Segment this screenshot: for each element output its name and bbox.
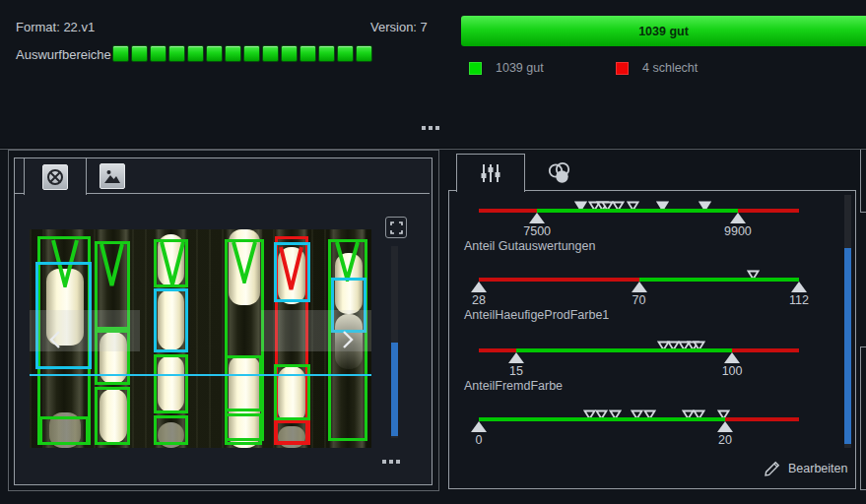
bad-legend-swatch [616,62,629,75]
tab-reject-view[interactable] [24,158,87,195]
slider-handle[interactable] [717,421,733,432]
slider-track-red [479,278,639,282]
slider-handle[interactable] [529,213,545,223]
application-window: Format: 22.v1 Version: 7 Auswurfbereiche… [0,0,866,504]
reject-circle-icon [42,164,68,190]
detection-box-green [274,364,310,420]
pencil-icon [764,461,780,477]
slider-handle-value: 7500 [523,224,551,238]
header-more-button[interactable] [422,126,439,130]
measurement-marker [574,198,587,216]
detection-box-green [225,355,262,411]
detection-box-cyan [154,288,188,352]
eject-zone-cell [150,45,167,62]
chevron-left-icon [47,330,63,349]
slider-name-label: AnteilFremdFarbe [464,379,563,393]
eject-zone-cell [262,45,279,62]
fullscreen-icon [390,221,403,234]
slider-track-green [479,417,725,421]
slider-handle-value: 0 [476,433,483,447]
tab-color-analysis[interactable] [534,158,583,189]
previous-image-button[interactable] [30,310,140,351]
slider-handle[interactable] [632,282,647,292]
slider-name-label: Anteil Gutauswertungen [464,239,595,253]
eject-zone-cell [187,45,204,62]
slider-handle-value: 112 [789,293,809,307]
image-panel-scrollbar[interactable] [391,246,398,438]
legend-label: 1039 gut [496,61,544,75]
slider-track-green [516,348,732,352]
legend-label: 4 schlecht [642,61,698,75]
slider-handle[interactable] [791,282,807,292]
slider-track-red [738,209,799,213]
measurement-marker [747,267,760,284]
eject-zone-cell [225,45,241,62]
inspection-image [30,229,371,448]
eject-zones-strip [112,45,372,62]
image-panel-scrollbar-thumb[interactable] [391,343,398,436]
evaluation-panel-scrollbar[interactable] [844,195,851,448]
slider-handle[interactable] [471,421,487,432]
fullscreen-button[interactable] [385,217,407,238]
measurement-marker [609,407,622,424]
good-count-button-label: 1039 gut [638,25,689,38]
result-legend: 1039 gut4 schlecht [469,61,843,77]
slider-handle-value: 100 [722,364,743,378]
detection-box-green [39,416,89,445]
measurement-marker [595,407,608,424]
edit-button-label: Bearbeiten [788,462,847,475]
eject-zone-cell [300,45,316,62]
edit-button[interactable]: Bearbeiten [764,456,862,481]
measurement-marker [612,198,625,216]
sliders-icon [479,161,502,185]
detection-box-green [154,354,188,413]
color-circles-icon [546,160,571,186]
slider-handle[interactable] [724,352,740,363]
measurement-marker [631,407,643,424]
detection-box-green [95,387,130,445]
detection-box-green [225,413,262,445]
eject-zone-cell [337,45,354,62]
slider-track-red [725,417,799,421]
format-label: Format: 22.v1 [16,20,95,34]
detection-box-cyan [274,242,310,302]
slider-handle[interactable] [730,213,746,223]
eject-zone-cell [281,45,298,62]
eject-zone-cell [243,45,260,62]
tab-sliders[interactable] [456,154,525,192]
eject-zone-cell [356,45,372,62]
measurement-marker [656,198,669,216]
slider-name-label: AnteilHaeufigeProdFarbe1 [464,308,609,322]
next-image-button[interactable] [261,310,371,351]
slider-row: 75009900Anteil Gutauswertungen [479,195,799,258]
eject-zone-cell [318,45,335,62]
eject-zone-cell [168,45,185,62]
tab-image-view[interactable] [91,159,134,192]
measurement-marker [699,198,711,216]
evaluation-panel-scrollbar-thumb[interactable] [844,248,851,444]
measurement-marker [627,198,639,216]
fill-level-line [30,374,371,376]
eject-zones-label: Auswurfbereiche [16,47,111,62]
slider-track-green [537,209,738,213]
slider-handle[interactable] [508,352,524,363]
detection-box-green [154,239,188,287]
slider-row: 15100AnteilFremdFarbe [479,335,799,398]
legend-item: 1039 gut [469,61,544,75]
eject-zone-cell [131,45,148,62]
slider-handle-value: 20 [718,433,732,447]
good-legend-swatch [469,62,482,75]
good-count-button[interactable]: 1039 gut [461,16,866,46]
measurement-marker [693,407,705,424]
detection-box-green [154,415,188,445]
eject-zone-cell [206,45,223,62]
version-label: Version: 7 [370,20,428,34]
slider-handle-value: 28 [472,293,486,307]
slider-handle[interactable] [471,282,487,292]
slider-handle-value: 15 [509,364,523,378]
detection-box-red [274,420,310,445]
slider-row: 2870112AnteilHaeufigeProdFarbe1 [479,264,799,327]
slider-handle-value: 9900 [724,224,752,238]
slider-row: 020 [479,404,799,467]
image-panel-more-button[interactable] [382,460,400,464]
